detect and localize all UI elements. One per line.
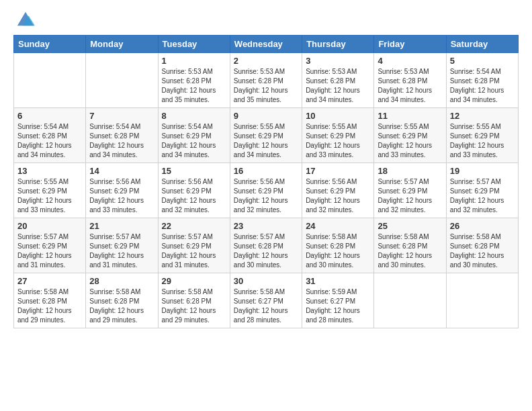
day-info: Sunrise: 5:55 AMSunset: 6:29 PMDaylight:… <box>17 177 82 215</box>
calendar-cell: 28Sunrise: 5:58 AMSunset: 6:28 PMDayligh… <box>86 273 158 328</box>
day-info: Sunrise: 5:57 AMSunset: 6:29 PMDaylight:… <box>450 177 515 215</box>
day-info: Sunrise: 5:53 AMSunset: 6:28 PMDaylight:… <box>306 67 370 105</box>
calendar-cell <box>374 273 446 328</box>
calendar-table: SundayMondayTuesdayWednesdayThursdayFrid… <box>13 35 519 328</box>
day-number: 29 <box>162 276 226 286</box>
day-number: 24 <box>306 221 370 231</box>
day-info: Sunrise: 5:56 AMSunset: 6:29 PMDaylight:… <box>89 177 154 215</box>
day-number: 23 <box>234 221 298 231</box>
day-info: Sunrise: 5:56 AMSunset: 6:29 PMDaylight:… <box>162 177 226 215</box>
day-number: 14 <box>89 166 154 176</box>
day-info: Sunrise: 5:57 AMSunset: 6:29 PMDaylight:… <box>89 232 154 270</box>
calendar-cell: 29Sunrise: 5:58 AMSunset: 6:28 PMDayligh… <box>158 273 230 328</box>
day-number: 17 <box>306 166 370 176</box>
day-number: 25 <box>378 221 442 231</box>
calendar-cell: 2Sunrise: 5:53 AMSunset: 6:28 PMDaylight… <box>230 53 302 108</box>
day-number: 30 <box>234 276 298 286</box>
day-number: 4 <box>378 56 442 66</box>
day-info: Sunrise: 5:58 AMSunset: 6:28 PMDaylight:… <box>89 287 154 325</box>
day-number: 2 <box>234 56 298 66</box>
calendar-header-row: SundayMondayTuesdayWednesdayThursdayFrid… <box>14 36 519 53</box>
calendar-cell: 22Sunrise: 5:57 AMSunset: 6:29 PMDayligh… <box>158 218 230 273</box>
day-info: Sunrise: 5:59 AMSunset: 6:27 PMDaylight:… <box>306 287 370 325</box>
day-info: Sunrise: 5:54 AMSunset: 6:28 PMDaylight:… <box>89 122 154 160</box>
day-info: Sunrise: 5:53 AMSunset: 6:28 PMDaylight:… <box>162 67 226 105</box>
day-info: Sunrise: 5:56 AMSunset: 6:29 PMDaylight:… <box>306 177 370 215</box>
calendar-cell: 13Sunrise: 5:55 AMSunset: 6:29 PMDayligh… <box>14 163 86 218</box>
day-info: Sunrise: 5:58 AMSunset: 6:28 PMDaylight:… <box>17 287 82 325</box>
day-header-tuesday: Tuesday <box>158 36 230 53</box>
day-info: Sunrise: 5:54 AMSunset: 6:28 PMDaylight:… <box>450 67 515 105</box>
day-number: 5 <box>450 56 515 66</box>
calendar-cell: 5Sunrise: 5:54 AMSunset: 6:28 PMDaylight… <box>446 53 518 108</box>
calendar-cell: 24Sunrise: 5:58 AMSunset: 6:28 PMDayligh… <box>302 218 374 273</box>
day-number: 19 <box>450 166 515 176</box>
day-info: Sunrise: 5:57 AMSunset: 6:29 PMDaylight:… <box>162 232 226 270</box>
day-number: 7 <box>89 111 154 121</box>
day-header-saturday: Saturday <box>446 36 518 53</box>
calendar-cell: 12Sunrise: 5:55 AMSunset: 6:29 PMDayligh… <box>446 108 518 163</box>
calendar-cell <box>446 273 518 328</box>
calendar-cell: 30Sunrise: 5:58 AMSunset: 6:27 PMDayligh… <box>230 273 302 328</box>
day-number: 28 <box>89 276 154 286</box>
calendar-cell: 19Sunrise: 5:57 AMSunset: 6:29 PMDayligh… <box>446 163 518 218</box>
calendar-cell: 21Sunrise: 5:57 AMSunset: 6:29 PMDayligh… <box>86 218 158 273</box>
day-number: 13 <box>17 166 82 176</box>
calendar-cell: 4Sunrise: 5:53 AMSunset: 6:28 PMDaylight… <box>374 53 446 108</box>
day-number: 10 <box>306 111 370 121</box>
calendar-cell: 16Sunrise: 5:56 AMSunset: 6:29 PMDayligh… <box>230 163 302 218</box>
day-header-wednesday: Wednesday <box>230 36 302 53</box>
day-info: Sunrise: 5:54 AMSunset: 6:29 PMDaylight:… <box>162 122 226 160</box>
logo <box>13 12 35 28</box>
day-number: 16 <box>234 166 298 176</box>
day-header-friday: Friday <box>374 36 446 53</box>
day-number: 11 <box>378 111 442 121</box>
calendar-cell: 11Sunrise: 5:55 AMSunset: 6:29 PMDayligh… <box>374 108 446 163</box>
day-info: Sunrise: 5:54 AMSunset: 6:28 PMDaylight:… <box>17 122 82 160</box>
day-info: Sunrise: 5:58 AMSunset: 6:28 PMDaylight:… <box>306 232 370 270</box>
day-number: 31 <box>306 276 370 286</box>
calendar-cell: 15Sunrise: 5:56 AMSunset: 6:29 PMDayligh… <box>158 163 230 218</box>
day-info: Sunrise: 5:58 AMSunset: 6:28 PMDaylight:… <box>378 232 442 270</box>
day-info: Sunrise: 5:55 AMSunset: 6:29 PMDaylight:… <box>450 122 515 160</box>
day-info: Sunrise: 5:58 AMSunset: 6:28 PMDaylight:… <box>162 287 226 325</box>
day-number: 12 <box>450 111 515 121</box>
day-info: Sunrise: 5:57 AMSunset: 6:29 PMDaylight:… <box>378 177 442 215</box>
day-info: Sunrise: 5:53 AMSunset: 6:28 PMDaylight:… <box>378 67 442 105</box>
day-info: Sunrise: 5:58 AMSunset: 6:28 PMDaylight:… <box>450 232 515 270</box>
calendar-cell: 7Sunrise: 5:54 AMSunset: 6:28 PMDaylight… <box>86 108 158 163</box>
calendar-cell: 1Sunrise: 5:53 AMSunset: 6:28 PMDaylight… <box>158 53 230 108</box>
day-number: 26 <box>450 221 515 231</box>
calendar-cell: 31Sunrise: 5:59 AMSunset: 6:27 PMDayligh… <box>302 273 374 328</box>
calendar-cell: 23Sunrise: 5:57 AMSunset: 6:28 PMDayligh… <box>230 218 302 273</box>
day-number: 18 <box>378 166 442 176</box>
calendar-cell: 18Sunrise: 5:57 AMSunset: 6:29 PMDayligh… <box>374 163 446 218</box>
calendar-cell: 20Sunrise: 5:57 AMSunset: 6:29 PMDayligh… <box>14 218 86 273</box>
calendar-cell: 9Sunrise: 5:55 AMSunset: 6:29 PMDaylight… <box>230 108 302 163</box>
calendar-cell: 3Sunrise: 5:53 AMSunset: 6:28 PMDaylight… <box>302 53 374 108</box>
calendar-cell: 14Sunrise: 5:56 AMSunset: 6:29 PMDayligh… <box>86 163 158 218</box>
day-info: Sunrise: 5:58 AMSunset: 6:27 PMDaylight:… <box>234 287 298 325</box>
day-number: 20 <box>17 221 82 231</box>
header <box>13 12 519 28</box>
calendar-cell <box>14 53 86 108</box>
day-header-sunday: Sunday <box>14 36 86 53</box>
day-number: 27 <box>17 276 82 286</box>
calendar-week-row: 1Sunrise: 5:53 AMSunset: 6:28 PMDaylight… <box>14 53 519 108</box>
day-info: Sunrise: 5:57 AMSunset: 6:28 PMDaylight:… <box>234 232 298 270</box>
day-header-monday: Monday <box>86 36 158 53</box>
page: SundayMondayTuesdayWednesdayThursdayFrid… <box>0 0 532 411</box>
day-number: 21 <box>89 221 154 231</box>
day-number: 9 <box>234 111 298 121</box>
calendar-cell: 27Sunrise: 5:58 AMSunset: 6:28 PMDayligh… <box>14 273 86 328</box>
day-number: 22 <box>162 221 226 231</box>
calendar-cell: 17Sunrise: 5:56 AMSunset: 6:29 PMDayligh… <box>302 163 374 218</box>
calendar-week-row: 27Sunrise: 5:58 AMSunset: 6:28 PMDayligh… <box>14 273 519 328</box>
calendar-cell <box>86 53 158 108</box>
day-number: 3 <box>306 56 370 66</box>
calendar-cell: 26Sunrise: 5:58 AMSunset: 6:28 PMDayligh… <box>446 218 518 273</box>
day-info: Sunrise: 5:56 AMSunset: 6:29 PMDaylight:… <box>234 177 298 215</box>
calendar-week-row: 20Sunrise: 5:57 AMSunset: 6:29 PMDayligh… <box>14 218 519 273</box>
day-number: 6 <box>17 111 82 121</box>
day-info: Sunrise: 5:55 AMSunset: 6:29 PMDaylight:… <box>234 122 298 160</box>
